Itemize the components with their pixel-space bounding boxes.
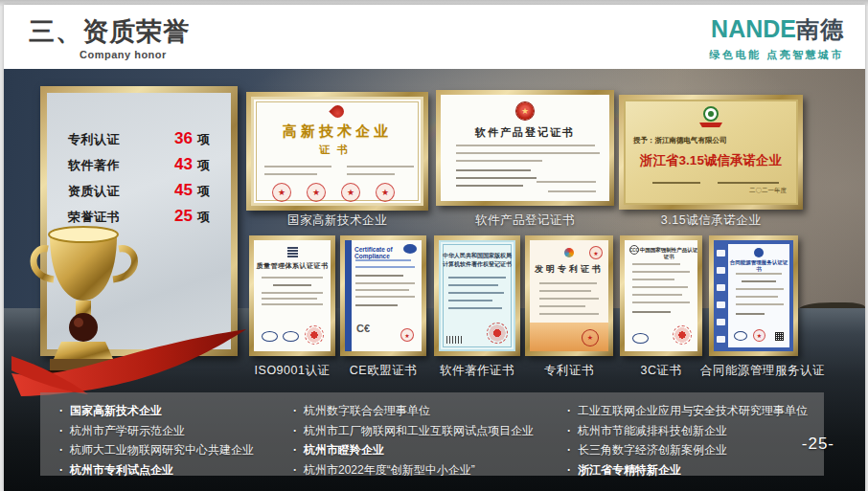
certificate-software-copyright: 中华人民共和国国家版权局 计算机软件著作权登记证书 [434,235,520,356]
page-subtitle: Company honor [80,49,167,60]
certificate-caption: 软件产品登记证书 [441,212,609,229]
honor-item: 工业互联网企业应用与安全技术研究理事单位 [565,401,820,421]
certificate-caption: CE欧盟证书 [339,363,427,379]
honor-item: 杭州数字联合会理事单位 [291,401,561,421]
certificate-high-tech: 高新技术企业 证书 ★ ★ ★ ★ [246,92,428,211]
certificate-caption: 3C证书 [622,363,700,379]
red-seal-icon: ★ [589,246,603,259]
stat-row-software: 软件著作 43 项 [47,155,231,181]
certificate-3c: CCC 中国国家强制性产品认证证书 [620,235,702,356]
logo-tagline: 绿色电能 点亮智慧城市 [709,48,844,62]
honor-item: 国家高新技术企业 [57,401,287,421]
trophy-image [11,222,251,399]
red-seal-icon: ★ [400,328,414,342]
honor-item: 杭州市工厂物联网和工业互联网试点项目企业 [291,421,561,441]
stat-value: 36 [174,129,193,148]
stat-row-patents: 专利认证 36 项 [47,129,231,155]
honor-item: 杭州市节能减排科技创新企业 [565,421,820,441]
certificate-caption: 国家高新技术企业 [253,212,422,229]
slide-header: 三、资质荣誉 Company honor NANDE南德 绿色电能 点亮智慧城市 [4,5,865,69]
qr-code-icon [775,332,784,341]
logo-cn-text: 南德 [796,16,844,42]
certificate-iso9001: 质量管理体系认证证书 [249,235,335,356]
accreditation-badge-icon [734,331,747,341]
certificate-energy-management: 合同能源管理服务认证证书 ★ [709,235,798,356]
iaf-badge-icon [262,331,278,342]
honor-item: 杭师大工业物联网研究中心共建企业 [57,440,287,460]
certificate-caption: 专利证书 [527,363,611,379]
ce-side-band [345,240,352,351]
flame-icon [329,102,346,120]
patent-office-logo-icon [564,248,574,257]
ce-mark-icon: C€ [356,323,370,334]
red-seal-icon [487,323,508,344]
barcode-icon [446,336,462,344]
red-seal-icon: ★ [753,329,765,342]
honor-item: 浙江省专精特新企业 [565,460,820,480]
certificate-patent: ★ 发明专利证书 ★ [525,235,613,356]
stat-row-qualifications: 资质认证 45 项 [47,181,231,207]
honor-item: 长三角数字经济创新案例企业 [565,440,820,460]
red-seal-icon: ★ [376,183,395,202]
certificate-title: 浙江省3.15诚信承诺企业 [624,152,798,169]
red-seal-icon: ★ [307,183,326,202]
honor-item: 杭州市瞪羚企业 [291,440,561,460]
stat-value: 43 [174,155,193,174]
certificate-title: 高新技术企业 [251,123,423,141]
red-seal-icon: ★ [341,183,360,202]
presentation-slide: 三、资质荣誉 Company honor NANDE南德 绿色电能 点亮智慧城市… [4,5,865,491]
certificate-caption: 合同能源管理服务认证 [696,363,830,379]
certificate-ce: Certificate of Compliance C€ ★ [340,235,426,356]
page-title: 三、资质荣誉 [29,14,190,49]
red-seal-icon: ★ [582,329,599,346]
red-seal-icon [305,325,324,345]
certificate-software-product: ★ 软件产品登记证书 [436,90,614,206]
certificate-title: 软件产品登记证书 [441,125,609,140]
honors-panel: 国家高新技术企业 杭州市产学研示范企业 杭师大工业物联网研究中心共建企业 杭州市… [40,392,824,476]
national-emblem-icon: ★ [516,102,534,120]
association-logo-icon [703,106,719,122]
ribbon-badge-icon [699,123,722,127]
stat-value: 45 [174,181,193,200]
iso-logo-icon [287,247,298,257]
background-photo: 专利认证 36 项 软件著作 43 项 资质认证 45 项 [4,69,865,491]
honor-item: 杭州市2022年度“创新型中小企业” [291,460,561,480]
logo-en-text: NANDE [711,15,796,42]
company-logo: NANDE南德 绿色电能 点亮智慧城市 [709,14,844,62]
stats-list: 专利认证 36 项 软件著作 43 项 资质认证 45 项 [47,93,231,233]
page-number: -25- [802,435,834,454]
honors-column-2: 杭州数字联合会理事单位 杭州市工厂物联网和工业互联网试点项目企业 杭州市瞪羚企业… [291,401,561,480]
certifier-logo-icon [754,248,764,257]
red-seal-icon [673,325,692,345]
honors-column-1: 国家高新技术企业 杭州市产学研示范企业 杭师大工业物联网研究中心共建企业 杭州市… [57,401,287,480]
cnas-badge-icon [283,331,299,342]
cqc-badge-icon [632,333,649,344]
certificate-315-integrity: 授予：浙江南德电气有限公司 浙江省3.15诚信承诺企业 二〇二一年度 [619,95,803,210]
cec-logo-column [714,240,728,351]
honor-item: 杭州市专利试点企业 [57,460,287,480]
honors-column-3: 工业互联网企业应用与安全技术研究理事单位 杭州市节能减排科技创新企业 长三角数字… [565,401,820,480]
certificate-caption: ISO9001认证 [245,363,339,379]
honor-item: 杭州市产学研示范企业 [57,421,287,441]
certificate-caption: 软件著作证书 [432,363,522,379]
certificate-caption: 3.15诚信承诺企业 [625,212,797,229]
red-seal-icon: ★ [272,183,291,202]
